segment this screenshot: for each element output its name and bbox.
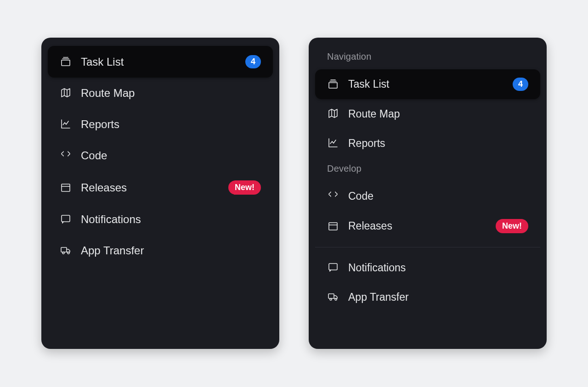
menu-item-label: Releases — [81, 181, 127, 194]
task-list-icon — [60, 56, 73, 68]
menu-item-notifications[interactable]: Notifications — [48, 204, 273, 235]
message-icon — [327, 261, 340, 274]
braces-icon — [327, 190, 340, 202]
menu-item-label: App Transfer — [348, 291, 409, 303]
map-icon — [60, 87, 73, 100]
menu-card-grouped: Navigation Task List 4 Route Map Reports… — [309, 38, 547, 349]
menu-item-label: Code — [81, 149, 107, 162]
menu-item-task-list[interactable]: Task List 4 — [48, 46, 273, 78]
truck-icon — [60, 244, 73, 257]
section-title-develop: Develop — [315, 158, 540, 181]
menu-item-label: Releases — [348, 220, 392, 232]
menu-card-flat: Task List 4 Route Map Reports Code Relea… — [41, 38, 279, 349]
menu-item-label: Reports — [81, 118, 119, 131]
menu-item-route-map[interactable]: Route Map — [315, 99, 540, 129]
menu-item-label: Task List — [348, 78, 389, 90]
menu-item-reports[interactable]: Reports — [48, 109, 273, 140]
menu-item-label: Notifications — [81, 213, 141, 226]
menu-item-reports[interactable]: Reports — [315, 129, 540, 158]
menu-item-app-transfer[interactable]: App Transfer — [315, 282, 540, 312]
menu-item-route-map[interactable]: Route Map — [48, 78, 273, 109]
menu-item-label: App Transfer — [81, 244, 144, 257]
menu-item-label: Route Map — [81, 87, 135, 100]
archive-icon — [60, 181, 73, 194]
menu-item-task-list[interactable]: Task List 4 — [315, 69, 540, 99]
menu-item-label: Reports — [348, 137, 385, 150]
menu-item-label: Code — [348, 190, 373, 202]
truck-icon — [327, 291, 340, 303]
task-list-icon — [327, 78, 340, 91]
braces-icon — [60, 149, 73, 162]
section-divider — [315, 247, 540, 247]
section-title-navigation: Navigation — [315, 46, 540, 69]
menu-item-notifications[interactable]: Notifications — [315, 253, 540, 282]
archive-icon — [327, 220, 340, 233]
new-badge: New! — [496, 219, 528, 233]
message-icon — [60, 213, 73, 226]
new-badge: New! — [228, 180, 261, 195]
menu-item-releases[interactable]: Releases New! — [315, 211, 540, 241]
task-count-badge: 4 — [245, 55, 261, 68]
menu-item-code[interactable]: Code — [48, 140, 273, 171]
menu-item-releases[interactable]: Releases New! — [48, 171, 273, 204]
menu-item-label: Task List — [81, 56, 124, 68]
map-icon — [327, 107, 340, 120]
stage: Task List 4 Route Map Reports Code Relea… — [0, 0, 588, 387]
chart-icon — [60, 118, 73, 131]
chart-icon — [327, 137, 340, 150]
menu-item-label: Notifications — [348, 262, 406, 274]
task-count-badge: 4 — [513, 78, 528, 91]
menu-item-label: Route Map — [348, 108, 400, 120]
menu-item-code[interactable]: Code — [315, 181, 540, 211]
menu-item-app-transfer[interactable]: App Transfer — [48, 235, 273, 266]
